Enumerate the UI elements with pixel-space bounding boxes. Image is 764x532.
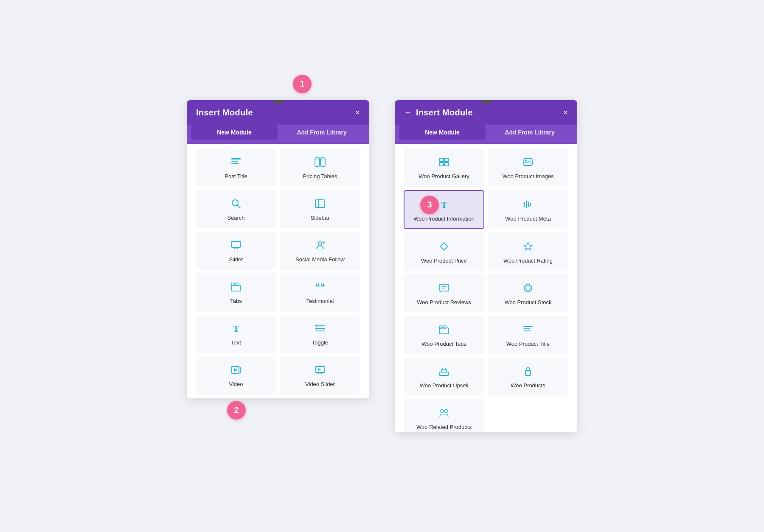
svg-point-51 [526, 286, 530, 290]
svg-rect-36 [439, 162, 444, 166]
svg-rect-58 [523, 328, 530, 329]
module-pricing-tables-label: Pricing Tables [303, 173, 337, 180]
svg-rect-34 [439, 158, 444, 162]
svg-rect-18 [231, 285, 241, 291]
left-tab-new-module[interactable]: New Module [191, 125, 278, 140]
right-tab-library[interactable]: Add From Library [486, 125, 573, 140]
module-woo-product-rating-label: Woo Product Rating [503, 258, 553, 265]
woo-related-products-icon [438, 407, 450, 420]
left-panel-tabs: New Module Add From Library [187, 125, 369, 144]
module-toggle[interactable]: Toggle [280, 315, 360, 353]
svg-marker-28 [234, 368, 238, 372]
toggle-icon [314, 322, 326, 336]
woo-product-rating-icon [522, 241, 534, 254]
module-post-title[interactable]: Post Title [196, 148, 276, 187]
woo-product-price-icon [438, 241, 450, 254]
module-woo-product-rating[interactable]: Woo Product Rating [488, 232, 568, 271]
module-woo-product-images-label: Woo Product Images [502, 173, 553, 180]
svg-rect-2 [231, 163, 239, 164]
module-woo-product-upsell[interactable]: Woo Product Upsell [404, 357, 484, 395]
svg-rect-9 [315, 200, 325, 207]
svg-rect-35 [444, 158, 449, 162]
module-text-label: Text [231, 339, 241, 347]
svg-rect-57 [523, 326, 533, 327]
right-panel-header-left: ← Insert Module [404, 108, 473, 118]
svg-marker-30 [318, 368, 321, 371]
left-panel: ↙ Insert Module × New Module Add From Li… [187, 100, 369, 398]
left-panel-header: Insert Module × [187, 100, 369, 125]
module-slider[interactable]: Slider [196, 232, 276, 270]
tabs-icon [230, 281, 242, 294]
module-tabs[interactable]: Tabs [196, 273, 276, 311]
module-woo-product-price[interactable]: Woo Product Price [404, 232, 484, 271]
svg-marker-46 [524, 242, 532, 250]
woo-product-gallery-icon [438, 156, 450, 170]
woo-product-information-icon: T [438, 199, 450, 212]
svg-rect-60 [439, 372, 449, 375]
module-video[interactable]: Video [196, 356, 276, 395]
woo-product-stock-icon [522, 282, 534, 296]
module-woo-product-title-label: Woo Product Title [506, 341, 550, 348]
module-pricing-tables[interactable]: Pricing Tables [280, 148, 360, 187]
module-woo-product-meta-label: Woo Product Meta [505, 216, 551, 223]
left-tab-library[interactable]: Add From Library [278, 125, 365, 140]
module-woo-product-images[interactable]: Woo Product Images [488, 148, 568, 187]
module-sidebar-label: Sidebar [311, 215, 330, 222]
module-woo-product-meta[interactable]: Woo Product Meta [488, 190, 568, 230]
right-tab-new-module[interactable]: New Module [399, 125, 486, 140]
right-panel: ↙ ← Insert Module × New Module Add From … [395, 100, 577, 432]
social-media-follow-icon [314, 239, 326, 253]
svg-line-8 [238, 205, 241, 208]
svg-point-64 [440, 409, 444, 413]
svg-rect-47 [439, 284, 449, 291]
module-woo-product-tabs[interactable]: Woo Product Tabs [404, 316, 484, 354]
svg-rect-63 [525, 370, 531, 375]
module-testimonial-label: Testimonial [306, 298, 334, 305]
text-icon: T [230, 322, 242, 336]
module-sidebar[interactable]: Sidebar [280, 190, 360, 228]
left-close-button[interactable]: × [355, 108, 360, 117]
right-close-button[interactable]: × [563, 108, 568, 117]
svg-marker-45 [440, 243, 448, 250]
svg-rect-0 [231, 158, 241, 160]
module-woo-product-stock[interactable]: Woo Product Stock [488, 274, 568, 312]
module-text[interactable]: T Text [196, 315, 276, 353]
slider-icon [230, 239, 242, 253]
module-woo-product-stock-label: Woo Product Stock [504, 299, 551, 306]
module-woo-product-upsell-label: Woo Product Upsell [420, 382, 469, 389]
module-testimonial[interactable]: ❝❝ Testimonial [280, 273, 360, 311]
module-search[interactable]: Search [196, 190, 276, 228]
module-woo-product-information[interactable]: T Woo Product Information [404, 190, 484, 230]
svg-text:T: T [441, 199, 447, 210]
module-woo-product-gallery-label: Woo Product Gallery [419, 173, 469, 180]
module-woo-product-price-label: Woo Product Price [421, 258, 467, 265]
module-woo-related-products[interactable]: Woo Related Products [404, 399, 484, 432]
module-woo-modules[interactable]: woo Woo Modules [196, 398, 276, 398]
module-woo-product-gallery[interactable]: Woo Product Gallery [404, 148, 484, 187]
page-container: 1 2 3 ↙ Insert Module × New Module Add F… [161, 66, 603, 466]
svg-rect-1 [231, 161, 238, 162]
module-post-title-label: Post Title [225, 173, 247, 180]
svg-text:T: T [233, 323, 239, 334]
right-modules-grid: Woo Product Gallery Woo Product Images T… [395, 144, 577, 432]
module-video-slider[interactable]: Video Slider [280, 356, 360, 395]
back-button[interactable]: ← [404, 108, 412, 117]
svg-rect-3 [315, 158, 320, 166]
module-social-media-follow-label: Social Media Follow [295, 256, 345, 263]
search-icon [230, 198, 242, 211]
module-social-media-follow[interactable]: Social Media Follow [280, 232, 360, 270]
woo-products-icon [522, 365, 534, 379]
woo-product-upsell-icon [438, 365, 450, 379]
pricing-tables-icon [314, 156, 326, 170]
video-icon [230, 364, 242, 378]
module-woo-product-reviews[interactable]: Woo Product Reviews [404, 274, 484, 312]
sidebar-icon [314, 198, 326, 211]
right-panel-header: ← Insert Module × [395, 100, 577, 125]
module-woo-products[interactable]: Woo Products [488, 357, 568, 395]
module-search-label: Search [227, 215, 244, 222]
left-modules-grid: Post Title Pricing Tables Search Sidebar [187, 144, 369, 398]
svg-point-15 [318, 242, 322, 245]
module-woo-product-title[interactable]: Woo Product Title [488, 316, 568, 354]
module-woo-product-tabs-label: Woo Product Tabs [421, 341, 466, 348]
post-title-icon [230, 156, 242, 170]
